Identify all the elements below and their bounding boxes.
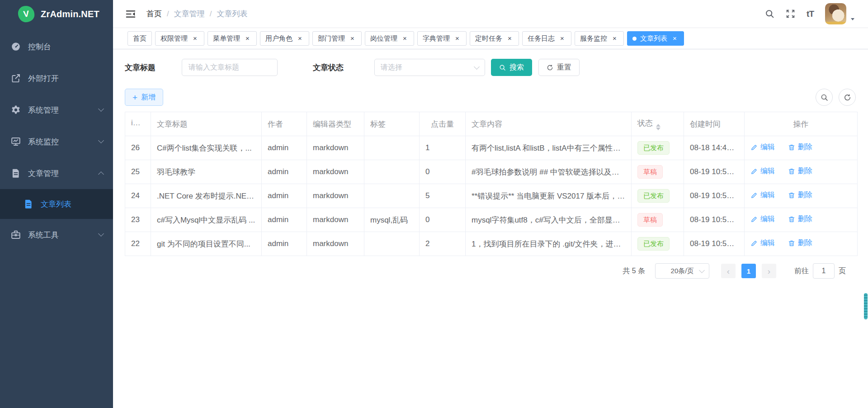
page-number-button[interactable]: 1 — [741, 264, 756, 278]
breadcrumb-link[interactable]: 文章管理 — [174, 9, 205, 19]
edit-icon — [750, 144, 758, 151]
close-icon[interactable]: × — [349, 35, 356, 43]
tab[interactable]: 服务监控 × — [575, 31, 624, 46]
avatar[interactable] — [825, 3, 846, 24]
tab[interactable]: 字典管理 × — [417, 31, 467, 46]
delete-button[interactable]: 删除 — [788, 190, 812, 200]
close-icon[interactable]: × — [296, 35, 304, 43]
cell-created: 08-19 10:51:27 — [684, 184, 745, 208]
delete-button[interactable]: 删除 — [788, 142, 812, 152]
edit-button[interactable]: 编辑 — [750, 238, 775, 248]
breadcrumb-link[interactable]: 文章列表 — [217, 9, 247, 19]
menu-icon — [11, 137, 21, 147]
app-logo[interactable]: V ZrAdmin.NET — [0, 0, 113, 28]
sidebar: V ZrAdmin.NET 控制台 外部打开 系统管理 — [0, 0, 113, 408]
close-icon[interactable]: × — [453, 35, 461, 43]
sort-caret-icon[interactable] — [656, 124, 660, 130]
close-icon[interactable]: × — [671, 35, 679, 43]
article-title-input[interactable] — [182, 59, 278, 76]
column-header: 标签 — [364, 112, 420, 136]
trash-icon — [788, 144, 795, 151]
tab[interactable]: 文章列表 × — [627, 31, 684, 46]
fullscreen-icon[interactable] — [786, 9, 795, 19]
reset-button[interactable]: 重置 — [538, 59, 580, 76]
cell-editor-type: markdown — [307, 232, 364, 256]
close-icon[interactable]: × — [244, 35, 251, 43]
filter-form: 文章标题 文章状态 请选择 搜索 重置 — [125, 59, 856, 76]
fold-sidebar-icon[interactable] — [126, 9, 136, 19]
page-size-select[interactable]: 20条/页 — [655, 263, 709, 279]
page-unit-label: 页 — [839, 266, 846, 276]
close-icon[interactable]: × — [506, 35, 514, 43]
close-icon[interactable]: × — [191, 35, 199, 43]
column-header: 状态 — [632, 112, 684, 136]
tab[interactable]: 菜单管理 × — [208, 31, 257, 46]
delete-button[interactable]: 删除 — [788, 214, 812, 224]
sort-caret-icon[interactable] — [140, 123, 145, 130]
column-header: 文章标题 — [151, 112, 262, 136]
refresh-table-button[interactable] — [839, 89, 856, 106]
sidebar-item[interactable]: 系统工具 — [0, 219, 113, 251]
search-icon — [499, 64, 506, 71]
sidebar-item[interactable]: 文章列表 — [0, 189, 113, 219]
refresh-icon — [547, 64, 553, 71]
sidebar-item[interactable]: 控制台 — [0, 31, 113, 62]
delete-button[interactable]: 删除 — [788, 238, 812, 248]
goto-page-input[interactable] — [813, 263, 835, 279]
cell-created: 08-19 10:51:25 — [684, 208, 745, 232]
font-size-icon[interactable]: tT — [807, 9, 814, 19]
close-icon[interactable]: × — [611, 35, 618, 43]
cell-title: .NET Core 发布时提示.NET... — [151, 184, 262, 208]
menu-label: 系统管理 — [28, 105, 59, 115]
show-search-button[interactable] — [816, 89, 833, 106]
prev-page-button[interactable]: ‹ — [721, 264, 736, 278]
cell-hits: 0 — [420, 208, 466, 232]
status-badge: 草稿 — [637, 213, 663, 227]
search-icon[interactable] — [765, 9, 774, 19]
edit-button[interactable]: 编辑 — [750, 214, 775, 224]
sidebar-item[interactable]: 系统管理 — [0, 94, 113, 126]
sidebar-item[interactable]: 外部打开 — [0, 62, 113, 94]
tab[interactable]: 用户角色 × — [260, 31, 309, 46]
table-row: 24 .NET Core 发布时提示.NET... admin markdown… — [125, 184, 858, 208]
tab[interactable]: 定时任务 × — [470, 31, 519, 46]
breadcrumb-link[interactable]: 首页 — [146, 9, 162, 19]
cell-editor-type: markdown — [307, 160, 364, 184]
tab-label: 权限管理 — [160, 34, 188, 43]
tab[interactable]: 首页 × — [127, 31, 152, 46]
status-badge: 已发布 — [637, 189, 670, 203]
tab[interactable]: 任务日志 × — [522, 31, 571, 46]
close-icon[interactable]: × — [401, 35, 409, 43]
tab[interactable]: 权限管理 × — [155, 31, 204, 46]
edit-icon — [750, 192, 758, 199]
cell-operations: 编辑 删除 — [745, 184, 858, 208]
chevron-down-icon — [474, 64, 480, 70]
caret-down-icon[interactable] — [850, 16, 855, 22]
menu-label: 文章列表 — [41, 199, 71, 209]
breadcrumb: / 首页 / 文章管理 / 文章列表 — [146, 9, 247, 19]
add-button[interactable]: + 新增 — [125, 89, 163, 106]
table-row: 23 c#写入Mysql中文显示乱码 ... admin markdown my… — [125, 208, 858, 232]
delete-button[interactable]: 删除 — [788, 166, 812, 176]
sidebar-item[interactable]: 文章管理 — [0, 157, 113, 189]
cell-operations: 编辑 删除 — [745, 232, 858, 256]
tab[interactable]: 部门管理 × — [312, 31, 362, 46]
cell-status: 已发布 — [632, 136, 684, 160]
search-button[interactable]: 搜索 — [491, 59, 532, 76]
total-count: 共 5 条 — [623, 266, 645, 276]
tab[interactable]: 岗位管理 × — [365, 31, 414, 46]
menu-label: 文章管理 — [28, 168, 59, 179]
edit-button[interactable]: 编辑 — [750, 142, 775, 152]
cell-id: 24 — [125, 184, 151, 208]
next-page-button[interactable]: › — [762, 264, 776, 278]
edit-button[interactable]: 编辑 — [750, 166, 775, 176]
article-status-select[interactable]: 请选择 — [374, 59, 485, 76]
close-icon[interactable]: × — [558, 35, 566, 43]
scrollbar[interactable] — [864, 293, 868, 319]
chevron-icon — [98, 231, 104, 237]
menu-label: 系统工具 — [28, 230, 59, 240]
edit-button[interactable]: 编辑 — [750, 190, 775, 200]
tab-label: 首页 — [133, 34, 146, 43]
sidebar-item[interactable]: 系统监控 — [0, 126, 113, 157]
column-header: 编辑器类型 — [307, 112, 364, 136]
